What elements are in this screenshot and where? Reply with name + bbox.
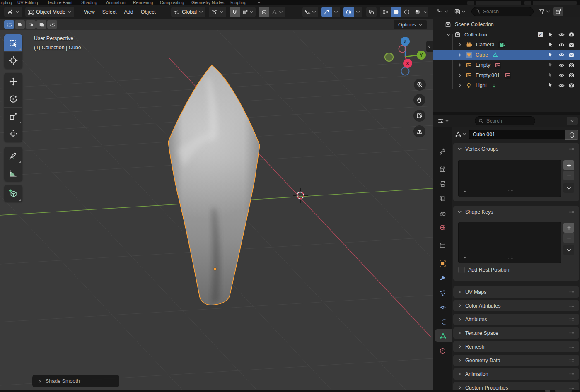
view-layer-selector[interactable] xyxy=(533,1,577,5)
shape-key-add-button[interactable] xyxy=(563,223,574,233)
menu-object[interactable]: Object xyxy=(137,9,160,15)
image-data-icon[interactable] xyxy=(504,72,511,79)
scene-selector[interactable] xyxy=(476,1,521,5)
vertex-group-add-button[interactable] xyxy=(563,160,574,170)
tab-material[interactable] xyxy=(433,344,452,357)
fake-user-shield-button[interactable] xyxy=(565,130,578,140)
hide-render-toggle[interactable] xyxy=(568,31,575,38)
properties-editor-type-selector[interactable] xyxy=(437,118,449,124)
tab-collection[interactable] xyxy=(433,239,452,251)
tool-transform[interactable] xyxy=(4,125,22,142)
panel-vertex-groups-header[interactable]: Vertex Groups xyxy=(453,143,579,154)
list-filter-expand-icon[interactable] xyxy=(462,189,467,194)
overlays-settings-dropdown[interactable] xyxy=(354,7,362,17)
light-data-icon[interactable] xyxy=(491,82,497,89)
hide-render-toggle[interactable] xyxy=(568,52,575,58)
hide-render-toggle[interactable] xyxy=(568,62,575,68)
panel-grip-icon[interactable] xyxy=(568,330,575,337)
outliner-row-camera[interactable]: Camera xyxy=(433,40,580,50)
sidebar-expand-toggle[interactable] xyxy=(426,41,433,52)
panel-grip-icon[interactable] xyxy=(568,371,575,378)
collection-checkbox[interactable]: ✓ xyxy=(538,32,543,37)
tab-object-data-active[interactable] xyxy=(435,329,452,342)
selectable-toggle[interactable] xyxy=(548,42,553,48)
tab-view-layer[interactable] xyxy=(433,192,452,204)
tab-particles[interactable] xyxy=(433,286,452,299)
selectable-toggle[interactable] xyxy=(548,82,553,88)
tab-workspace-geometry-nodes[interactable]: Geometry Nodes xyxy=(191,0,224,5)
vertex-groups-list[interactable] xyxy=(458,160,561,197)
tab-scene[interactable] xyxy=(433,207,452,219)
panel-geometry-data[interactable]: Geometry Data xyxy=(453,355,579,366)
select-mode-invert-button[interactable] xyxy=(36,20,46,29)
pivot-point-dropdown[interactable] xyxy=(209,7,226,17)
proportional-falloff-dropdown[interactable] xyxy=(269,7,285,17)
tab-workspace-scripting[interactable]: Scripting xyxy=(230,0,247,5)
snap-toggle[interactable] xyxy=(230,7,240,17)
show-gizmo-toggle[interactable] xyxy=(321,7,332,17)
selectable-toggle[interactable] xyxy=(548,32,553,38)
panel-uv-maps[interactable]: UV Maps xyxy=(453,286,579,298)
vertex-group-remove-button[interactable] xyxy=(563,171,574,180)
panel-grip-icon[interactable] xyxy=(568,209,575,215)
tab-render[interactable] xyxy=(433,163,452,176)
tab-constraints[interactable] xyxy=(433,315,452,328)
tab-workspace-rendering[interactable]: Rendering xyxy=(133,0,153,5)
camera-data-icon[interactable] xyxy=(498,41,505,48)
properties-search-input[interactable]: Search xyxy=(475,116,535,125)
panel-grip-icon[interactable] xyxy=(568,303,575,309)
show-overlays-toggle[interactable] xyxy=(343,7,354,17)
outliner-row-light[interactable]: Light xyxy=(433,80,580,90)
mesh-data-icon[interactable] xyxy=(492,52,498,58)
shape-keys-list[interactable] xyxy=(458,222,561,263)
tool-add-cube[interactable] xyxy=(4,185,22,202)
editor-divider[interactable] xyxy=(433,112,580,115)
tool-move[interactable] xyxy=(4,73,22,90)
ortho-perspective-button[interactable] xyxy=(413,125,425,137)
proportional-editing-toggle[interactable] xyxy=(259,7,269,17)
xray-toggle[interactable] xyxy=(366,7,377,17)
tool-annotate[interactable] xyxy=(4,147,22,164)
hide-viewport-toggle[interactable] xyxy=(558,82,565,89)
shape-key-specials-dropdown[interactable] xyxy=(563,245,574,255)
panel-grip-icon[interactable] xyxy=(568,357,575,364)
panel-texture-space[interactable]: Texture Space xyxy=(453,327,579,339)
select-mode-subtract-button[interactable] xyxy=(26,20,36,29)
selectable-toggle[interactable] xyxy=(548,52,553,58)
view-layer-icon[interactable] xyxy=(524,1,531,5)
hide-render-toggle[interactable] xyxy=(568,82,575,89)
expand-chevron-icon[interactable] xyxy=(446,32,451,37)
selectable-toggle-dim[interactable] xyxy=(548,72,553,78)
zoom-view-button[interactable] xyxy=(414,79,426,91)
tab-tool[interactable] xyxy=(433,145,452,158)
panel-grip-icon[interactable] xyxy=(568,146,575,152)
expand-chevron-icon[interactable] xyxy=(457,63,462,67)
shading-material-button[interactable] xyxy=(401,7,412,17)
outliner-search-input[interactable]: Search xyxy=(471,7,534,16)
tool-select-box[interactable] xyxy=(4,34,22,51)
tab-workspace-shading[interactable]: Shading xyxy=(81,0,97,5)
shading-dropdown[interactable] xyxy=(423,7,428,17)
pan-view-button[interactable] xyxy=(413,94,425,106)
menu-view[interactable]: View xyxy=(80,9,99,15)
transform-orientation-dropdown[interactable]: Global xyxy=(171,7,205,17)
expand-chevron-icon[interactable] xyxy=(457,83,462,88)
properties-options-dropdown[interactable] xyxy=(567,117,578,125)
vertex-group-specials-dropdown[interactable] xyxy=(563,183,574,193)
shading-rendered-button[interactable] xyxy=(412,7,423,17)
tab-workspace-uv-editing[interactable]: UV Editing xyxy=(17,0,38,5)
expand-chevron-icon[interactable] xyxy=(457,42,462,47)
panel-remesh[interactable]: Remesh xyxy=(453,341,579,352)
viewport-canvas[interactable]: Z Y X User Perspective (1) Collection | … xyxy=(0,30,433,390)
tab-modifiers[interactable] xyxy=(433,272,452,285)
tool-measure[interactable] xyxy=(4,164,22,181)
outliner-display-mode-dropdown[interactable] xyxy=(454,8,466,15)
options-dropdown[interactable]: Options xyxy=(394,20,427,29)
image-data-icon[interactable] xyxy=(494,62,501,69)
outliner-row-empty[interactable]: Empty xyxy=(433,60,580,70)
hide-viewport-toggle[interactable] xyxy=(558,31,565,38)
scene-selector-icon[interactable] xyxy=(467,1,474,5)
data-breadcrumb[interactable] xyxy=(455,131,466,137)
outliner-row-collection[interactable]: Collection ✓ xyxy=(433,30,580,40)
tab-world[interactable] xyxy=(433,221,452,233)
